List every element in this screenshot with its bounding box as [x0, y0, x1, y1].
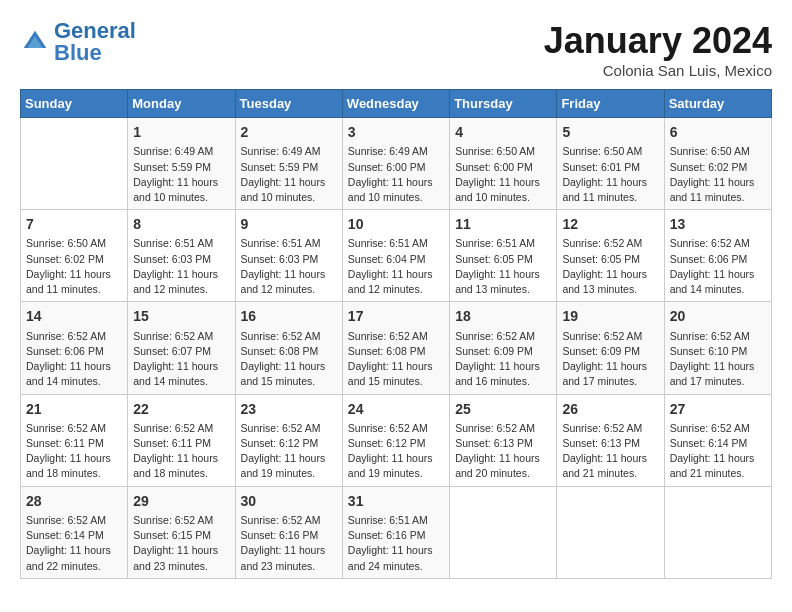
- day-number: 9: [241, 214, 337, 234]
- calendar-body: 1Sunrise: 6:49 AM Sunset: 5:59 PM Daylig…: [21, 118, 772, 579]
- calendar-cell: 11Sunrise: 6:51 AM Sunset: 6:05 PM Dayli…: [450, 210, 557, 302]
- day-info: Sunrise: 6:51 AM Sunset: 6:03 PM Dayligh…: [241, 236, 337, 297]
- day-number: 29: [133, 491, 229, 511]
- day-info: Sunrise: 6:52 AM Sunset: 6:07 PM Dayligh…: [133, 329, 229, 390]
- calendar-cell: [21, 118, 128, 210]
- day-info: Sunrise: 6:52 AM Sunset: 6:14 PM Dayligh…: [26, 513, 122, 574]
- day-info: Sunrise: 6:49 AM Sunset: 5:59 PM Dayligh…: [133, 144, 229, 205]
- calendar-cell: 31Sunrise: 6:51 AM Sunset: 6:16 PM Dayli…: [342, 486, 449, 578]
- title-block: January 2024 Colonia San Luis, Mexico: [544, 20, 772, 79]
- day-of-week-header: Monday: [128, 90, 235, 118]
- calendar-cell: 21Sunrise: 6:52 AM Sunset: 6:11 PM Dayli…: [21, 394, 128, 486]
- day-number: 24: [348, 399, 444, 419]
- calendar-cell: 3Sunrise: 6:49 AM Sunset: 6:00 PM Daylig…: [342, 118, 449, 210]
- calendar-cell: 15Sunrise: 6:52 AM Sunset: 6:07 PM Dayli…: [128, 302, 235, 394]
- day-info: Sunrise: 6:52 AM Sunset: 6:10 PM Dayligh…: [670, 329, 766, 390]
- day-number: 27: [670, 399, 766, 419]
- day-number: 25: [455, 399, 551, 419]
- day-of-week-header: Tuesday: [235, 90, 342, 118]
- day-info: Sunrise: 6:49 AM Sunset: 5:59 PM Dayligh…: [241, 144, 337, 205]
- calendar-cell: 24Sunrise: 6:52 AM Sunset: 6:12 PM Dayli…: [342, 394, 449, 486]
- day-number: 30: [241, 491, 337, 511]
- calendar-cell: 30Sunrise: 6:52 AM Sunset: 6:16 PM Dayli…: [235, 486, 342, 578]
- day-number: 31: [348, 491, 444, 511]
- day-info: Sunrise: 6:51 AM Sunset: 6:16 PM Dayligh…: [348, 513, 444, 574]
- day-info: Sunrise: 6:52 AM Sunset: 6:06 PM Dayligh…: [26, 329, 122, 390]
- day-info: Sunrise: 6:52 AM Sunset: 6:15 PM Dayligh…: [133, 513, 229, 574]
- day-info: Sunrise: 6:51 AM Sunset: 6:04 PM Dayligh…: [348, 236, 444, 297]
- day-number: 11: [455, 214, 551, 234]
- calendar-week-row: 1Sunrise: 6:49 AM Sunset: 5:59 PM Daylig…: [21, 118, 772, 210]
- calendar-week-row: 21Sunrise: 6:52 AM Sunset: 6:11 PM Dayli…: [21, 394, 772, 486]
- day-info: Sunrise: 6:52 AM Sunset: 6:13 PM Dayligh…: [562, 421, 658, 482]
- calendar-cell: 13Sunrise: 6:52 AM Sunset: 6:06 PM Dayli…: [664, 210, 771, 302]
- day-number: 13: [670, 214, 766, 234]
- calendar-week-row: 28Sunrise: 6:52 AM Sunset: 6:14 PM Dayli…: [21, 486, 772, 578]
- day-of-week-header: Sunday: [21, 90, 128, 118]
- day-of-week-header: Thursday: [450, 90, 557, 118]
- day-number: 17: [348, 306, 444, 326]
- day-info: Sunrise: 6:50 AM Sunset: 6:01 PM Dayligh…: [562, 144, 658, 205]
- calendar-cell: 28Sunrise: 6:52 AM Sunset: 6:14 PM Dayli…: [21, 486, 128, 578]
- calendar-cell: 12Sunrise: 6:52 AM Sunset: 6:05 PM Dayli…: [557, 210, 664, 302]
- logo: General Blue: [20, 20, 136, 64]
- day-number: 4: [455, 122, 551, 142]
- day-info: Sunrise: 6:52 AM Sunset: 6:16 PM Dayligh…: [241, 513, 337, 574]
- calendar-cell: [557, 486, 664, 578]
- day-number: 6: [670, 122, 766, 142]
- day-number: 18: [455, 306, 551, 326]
- day-number: 23: [241, 399, 337, 419]
- day-of-week-header: Friday: [557, 90, 664, 118]
- calendar-cell: 17Sunrise: 6:52 AM Sunset: 6:08 PM Dayli…: [342, 302, 449, 394]
- calendar-cell: 2Sunrise: 6:49 AM Sunset: 5:59 PM Daylig…: [235, 118, 342, 210]
- day-info: Sunrise: 6:52 AM Sunset: 6:13 PM Dayligh…: [455, 421, 551, 482]
- calendar-cell: [664, 486, 771, 578]
- day-number: 16: [241, 306, 337, 326]
- calendar-cell: 26Sunrise: 6:52 AM Sunset: 6:13 PM Dayli…: [557, 394, 664, 486]
- day-number: 12: [562, 214, 658, 234]
- day-of-week-header: Saturday: [664, 90, 771, 118]
- location: Colonia San Luis, Mexico: [544, 62, 772, 79]
- day-info: Sunrise: 6:51 AM Sunset: 6:05 PM Dayligh…: [455, 236, 551, 297]
- calendar-cell: 18Sunrise: 6:52 AM Sunset: 6:09 PM Dayli…: [450, 302, 557, 394]
- calendar-table: SundayMondayTuesdayWednesdayThursdayFrid…: [20, 89, 772, 579]
- calendar-week-row: 7Sunrise: 6:50 AM Sunset: 6:02 PM Daylig…: [21, 210, 772, 302]
- day-info: Sunrise: 6:52 AM Sunset: 6:06 PM Dayligh…: [670, 236, 766, 297]
- day-number: 26: [562, 399, 658, 419]
- days-header-row: SundayMondayTuesdayWednesdayThursdayFrid…: [21, 90, 772, 118]
- day-number: 14: [26, 306, 122, 326]
- day-info: Sunrise: 6:50 AM Sunset: 6:00 PM Dayligh…: [455, 144, 551, 205]
- day-info: Sunrise: 6:52 AM Sunset: 6:12 PM Dayligh…: [241, 421, 337, 482]
- day-info: Sunrise: 6:52 AM Sunset: 6:14 PM Dayligh…: [670, 421, 766, 482]
- day-number: 8: [133, 214, 229, 234]
- calendar-cell: 7Sunrise: 6:50 AM Sunset: 6:02 PM Daylig…: [21, 210, 128, 302]
- day-number: 1: [133, 122, 229, 142]
- calendar-cell: 1Sunrise: 6:49 AM Sunset: 5:59 PM Daylig…: [128, 118, 235, 210]
- day-number: 3: [348, 122, 444, 142]
- logo-icon: [20, 27, 50, 57]
- day-info: Sunrise: 6:52 AM Sunset: 6:08 PM Dayligh…: [348, 329, 444, 390]
- calendar-cell: 16Sunrise: 6:52 AM Sunset: 6:08 PM Dayli…: [235, 302, 342, 394]
- calendar-cell: 29Sunrise: 6:52 AM Sunset: 6:15 PM Dayli…: [128, 486, 235, 578]
- day-info: Sunrise: 6:50 AM Sunset: 6:02 PM Dayligh…: [26, 236, 122, 297]
- day-number: 15: [133, 306, 229, 326]
- calendar-cell: 22Sunrise: 6:52 AM Sunset: 6:11 PM Dayli…: [128, 394, 235, 486]
- day-info: Sunrise: 6:51 AM Sunset: 6:03 PM Dayligh…: [133, 236, 229, 297]
- day-info: Sunrise: 6:50 AM Sunset: 6:02 PM Dayligh…: [670, 144, 766, 205]
- page-header: General Blue January 2024 Colonia San Lu…: [20, 20, 772, 79]
- day-info: Sunrise: 6:52 AM Sunset: 6:09 PM Dayligh…: [562, 329, 658, 390]
- day-number: 10: [348, 214, 444, 234]
- calendar-cell: 9Sunrise: 6:51 AM Sunset: 6:03 PM Daylig…: [235, 210, 342, 302]
- calendar-cell: 27Sunrise: 6:52 AM Sunset: 6:14 PM Dayli…: [664, 394, 771, 486]
- calendar-cell: 6Sunrise: 6:50 AM Sunset: 6:02 PM Daylig…: [664, 118, 771, 210]
- day-number: 7: [26, 214, 122, 234]
- calendar-cell: 25Sunrise: 6:52 AM Sunset: 6:13 PM Dayli…: [450, 394, 557, 486]
- day-number: 19: [562, 306, 658, 326]
- calendar-cell: [450, 486, 557, 578]
- day-info: Sunrise: 6:52 AM Sunset: 6:11 PM Dayligh…: [26, 421, 122, 482]
- calendar-cell: 5Sunrise: 6:50 AM Sunset: 6:01 PM Daylig…: [557, 118, 664, 210]
- day-info: Sunrise: 6:52 AM Sunset: 6:05 PM Dayligh…: [562, 236, 658, 297]
- day-info: Sunrise: 6:52 AM Sunset: 6:08 PM Dayligh…: [241, 329, 337, 390]
- day-number: 22: [133, 399, 229, 419]
- day-number: 20: [670, 306, 766, 326]
